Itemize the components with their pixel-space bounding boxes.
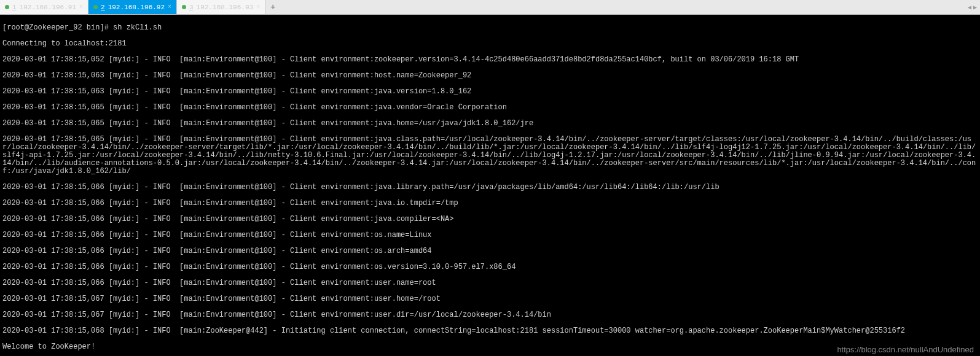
tab-index: 3 [189, 4, 194, 11]
status-dot-icon [93, 5, 98, 9]
terminal-line: 2020-03-01 17:38:15,052 [myid:] - INFO [… [2, 56, 978, 64]
terminal-line: 2020-03-01 17:38:15,066 [myid:] - INFO [… [2, 184, 978, 192]
tab-index: 1 [12, 4, 17, 11]
add-tab-button[interactable]: + [265, 0, 280, 14]
terminal-line: 2020-03-01 17:38:15,068 [myid:] - INFO [… [2, 327, 978, 335]
tab-2[interactable]: 2 192.168.196.92 × [88, 0, 177, 14]
terminal-line: 2020-03-01 17:38:15,063 [myid:] - INFO [… [2, 88, 978, 96]
tab-bar: 1 192.168.196.91 × 2 192.168.196.92 × 3 … [0, 0, 980, 15]
close-icon[interactable]: × [79, 4, 83, 10]
watermark: https://blog.csdn.net/nullAndUndefined [837, 345, 974, 354]
terminal-line: 2020-03-01 17:38:15,066 [myid:] - INFO [… [2, 247, 978, 255]
terminal-line: Connecting to localhost:2181 [2, 40, 978, 48]
terminal-line: 2020-03-01 17:38:15,065 [myid:] - INFO [… [2, 136, 978, 176]
terminal-line: 2020-03-01 17:38:15,066 [myid:] - INFO [… [2, 215, 978, 223]
terminal-line: 2020-03-01 17:38:15,065 [myid:] - INFO [… [2, 120, 978, 128]
close-icon[interactable]: × [168, 4, 171, 10]
nav-arrows: ◀ ▶ [965, 0, 980, 14]
tab-index: 2 [101, 4, 105, 11]
terminal-line: 2020-03-01 17:38:15,066 [myid:] - INFO [… [2, 199, 978, 207]
terminal-line: 2020-03-01 17:38:15,066 [myid:] - INFO [… [2, 263, 978, 271]
terminal-line: [root@Zookeeper_92 bin]# sh zkCli.sh [2, 24, 978, 32]
tab-spacer [280, 0, 965, 14]
terminal-line: 2020-03-01 17:38:15,063 [myid:] - INFO [… [2, 72, 978, 80]
arrow-left-icon[interactable]: ◀ [968, 4, 971, 11]
status-dot-icon [182, 5, 186, 9]
arrow-right-icon[interactable]: ▶ [973, 4, 977, 11]
terminal-line: 2020-03-01 17:38:15,065 [myid:] - INFO [… [2, 104, 978, 112]
tab-1[interactable]: 1 192.168.196.91 × [0, 0, 88, 14]
terminal-line: 2020-03-01 17:38:15,067 [myid:] - INFO [… [2, 311, 978, 319]
close-icon[interactable]: × [256, 4, 260, 10]
status-dot-icon [5, 5, 9, 9]
terminal-line: 2020-03-01 17:38:15,066 [myid:] - INFO [… [2, 231, 978, 239]
tab-3[interactable]: 3 192.168.196.93 × [177, 0, 265, 14]
tab-label: 192.168.196.91 [20, 4, 76, 11]
tab-label: 192.168.196.93 [197, 4, 253, 11]
tab-label: 192.168.196.92 [108, 4, 165, 11]
terminal-line: 2020-03-01 17:38:15,067 [myid:] - INFO [… [2, 295, 978, 303]
terminal-line: 2020-03-01 17:38:15,066 [myid:] - INFO [… [2, 279, 978, 287]
terminal-output[interactable]: [root@Zookeeper_92 bin]# sh zkCli.sh Con… [0, 15, 980, 356]
terminal-line: Welcome to ZooKeeper! [2, 343, 978, 351]
